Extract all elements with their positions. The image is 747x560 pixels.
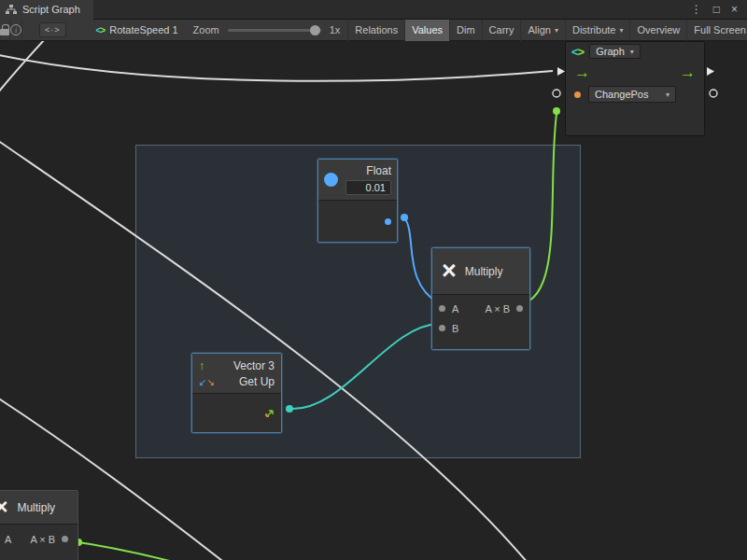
port-out-label: A × B [30,534,55,545]
wire-white-top-left [0,41,45,97]
port-out-label: A × B [485,303,510,315]
distribute-button[interactable]: Distribute▾ [565,20,629,41]
vector3-getup-node[interactable]: ↑ Vector 3 ↙↘ Get Up [191,353,282,433]
window-controls: ⋮ □ × [691,4,747,15]
maximize-icon[interactable]: □ [713,4,720,15]
dropdown-caret-icon: ▾ [619,26,623,35]
overview-button[interactable]: Overview [629,20,686,41]
zoom-value: 1x [330,24,341,35]
zoom-control: Zoom 1x [193,24,341,35]
visual-scripting-icon: <> [571,45,584,59]
unconnected-port-left-icon [553,90,560,97]
toolbar-buttons: Relations Values Dim Carry Align▾ Distri… [347,20,747,41]
multiply-icon: × [442,259,457,284]
zoom-label: Zoom [193,24,219,35]
code-icon: <·> [45,25,61,35]
multiply-input-b-port[interactable] [439,325,445,331]
flow-out-arrow-icon [707,67,714,76]
graph-name-label: RotateSpeed 1 [109,24,177,35]
unconnected-port-right-icon [710,90,717,97]
vector3-title: Vector 3 [233,359,275,372]
getup-title: Get Up [239,375,275,388]
dropdown-caret-icon: ▾ [666,91,669,99]
tab-title: Script Graph [22,4,80,15]
wire-white-top [0,54,553,81]
values-button[interactable]: Values [404,20,449,41]
fullscreen-button[interactable]: Full Screen [686,20,747,41]
flow-output-port[interactable]: → [680,64,696,80]
script-graph-asset-icon: <> [96,25,106,35]
changepos-input-port[interactable] [574,91,581,98]
wire-multiply2-output [65,540,191,560]
flow-input-port[interactable]: → [574,64,590,80]
port-a-label: A [452,303,458,315]
dropdown-caret-icon: ▾ [555,26,558,35]
multiply2-node-header: × Multiply [0,491,78,525]
graph-dropdown-label: Graph [596,46,625,57]
float-node-title: Float [345,164,391,177]
script-graph-tab[interactable]: Script Graph [0,0,93,20]
multiply-node-title: Multiply [465,265,503,278]
float-type-icon [324,173,338,187]
multiply-input-a-port[interactable] [439,305,445,312]
vector3-output-port[interactable] [263,407,275,419]
zoom-slider-handle[interactable] [310,25,320,35]
script-graph-window: Script Graph ⋮ □ × i <·> <> RotateSpeed … [0,0,747,560]
multiply2-output-port[interactable] [62,536,68,542]
graph-dropdown[interactable]: Graph ▾ [589,44,641,59]
zoom-slider[interactable] [228,29,321,32]
graph-canvas[interactable]: Float 0.01 × Multiply A A × B [0,41,747,560]
graph-node[interactable]: <> Graph ▾ → → ChangePos ▾ [565,41,705,136]
changepos-dropdown-label: ChangePos [595,89,649,100]
flow-ports-row: → → [566,61,704,84]
relations-button[interactable]: Relations [347,20,404,41]
multiply-icon: × [0,497,7,518]
multiply2-node-title: Multiply [17,501,55,514]
graph-node-header: <> Graph ▾ [566,42,704,61]
graph-toolbar: i <·> <> RotateSpeed 1 Zoom 1x Relations… [0,20,747,41]
changepos-dropdown[interactable]: ChangePos ▾ [588,86,676,103]
port-a-label: A [5,534,11,545]
extra-port-row [566,105,704,108]
vector3-node-header: ↑ Vector 3 ↙↘ Get Up [192,354,281,394]
carry-button[interactable]: Carry [482,20,521,41]
align-button[interactable]: Align▾ [520,20,564,41]
changepos-row: ChangePos ▾ [566,84,704,105]
close-icon[interactable]: × [731,4,738,15]
port-b-label: B [452,323,458,334]
get-up-icon: ↙↘ [199,376,215,387]
float-node[interactable]: Float 0.01 [317,159,398,243]
title-bar: Script Graph ⋮ □ × [0,0,747,20]
multiply-node-partial[interactable]: × Multiply A A × B [0,490,78,560]
wire-anchor-green-top [553,107,560,115]
float-value-field[interactable]: 0.01 [345,180,391,195]
float-output-port[interactable] [385,218,391,225]
vector3-up-icon: ↑ [199,358,205,372]
dim-button[interactable]: Dim [449,20,482,41]
lock-button[interactable] [0,20,10,41]
info-button[interactable]: i [10,20,22,41]
info-icon: i [10,24,21,35]
menu-kebab-icon[interactable]: ⋮ [691,4,702,15]
graph-breadcrumb[interactable]: <> RotateSpeed 1 [96,24,178,35]
preview-code-button[interactable]: <·> [39,22,66,37]
multiply-output-port[interactable] [516,305,523,312]
graph-tab-icon [6,4,17,15]
multiply-node-header: × Multiply [432,248,529,295]
dropdown-caret-icon: ▾ [630,48,634,56]
multiply-node[interactable]: × Multiply A A × B B [431,247,530,350]
float-node-header: Float 0.01 [318,160,397,201]
lock-icon [0,29,9,35]
flow-in-arrow-icon [557,67,565,76]
